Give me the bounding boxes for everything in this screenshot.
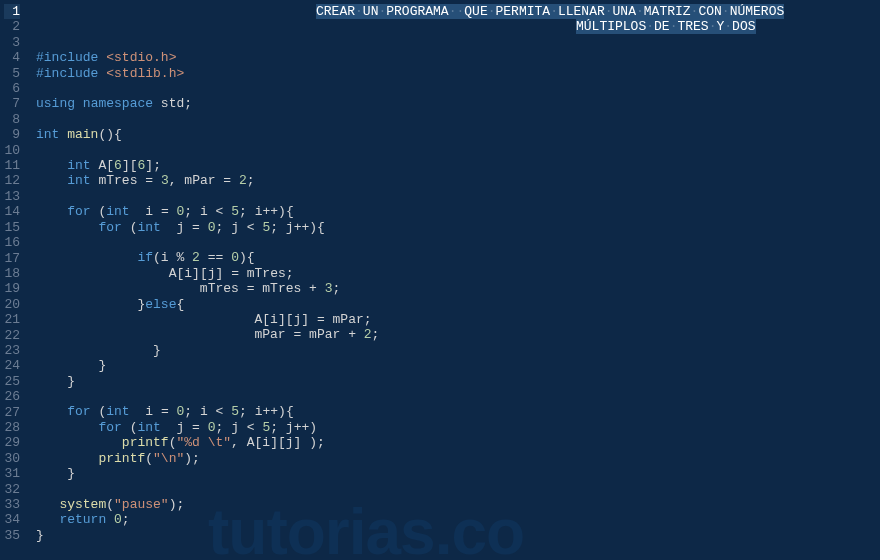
line-number: 24 bbox=[4, 358, 20, 373]
line-number: 6 bbox=[4, 81, 20, 96]
code-line[interactable]: CREAR·UN·PROGRAMA··QUE·PERMITA·LLENAR·UN… bbox=[36, 4, 872, 19]
line-number: 4 bbox=[4, 50, 20, 65]
code-line[interactable]: system("pause"); bbox=[36, 497, 872, 512]
line-number: 1 bbox=[4, 4, 20, 19]
code-line[interactable]: mTres = mTres + 3; bbox=[36, 281, 872, 296]
line-number: 26 bbox=[4, 389, 20, 404]
code-line[interactable]: }else{ bbox=[36, 297, 872, 312]
code-line[interactable]: return 0; bbox=[36, 512, 872, 527]
line-number: 22 bbox=[4, 328, 20, 343]
code-line[interactable]: int main(){ bbox=[36, 127, 872, 142]
code-area[interactable]: CREAR·UN·PROGRAMA··QUE·PERMITA·LLENAR·UN… bbox=[28, 0, 880, 560]
code-line[interactable]: } bbox=[36, 528, 872, 543]
line-number: 9 bbox=[4, 127, 20, 142]
code-line[interactable]: using namespace std; bbox=[36, 96, 872, 111]
code-line[interactable] bbox=[36, 235, 872, 250]
selected-comment-text: MÚLTIPLOS·DE·TRES·Y·DOS bbox=[576, 19, 756, 34]
code-line[interactable]: for (int j = 0; j < 5; j++) bbox=[36, 420, 872, 435]
line-number: 8 bbox=[4, 112, 20, 127]
line-number: 21 bbox=[4, 312, 20, 327]
line-number: 2 bbox=[4, 19, 20, 34]
code-editor[interactable]: 1234567891011121314151617181920212223242… bbox=[0, 0, 880, 560]
code-line[interactable] bbox=[36, 143, 872, 158]
code-line[interactable]: A[i][j] = mTres; bbox=[36, 266, 872, 281]
code-line[interactable]: #include <stdio.h> bbox=[36, 50, 872, 65]
line-number: 12 bbox=[4, 173, 20, 188]
line-number: 29 bbox=[4, 435, 20, 450]
line-number: 10 bbox=[4, 143, 20, 158]
code-line[interactable]: mPar = mPar + 2; bbox=[36, 327, 872, 342]
code-line[interactable] bbox=[36, 189, 872, 204]
code-line[interactable]: } bbox=[36, 343, 872, 358]
code-line[interactable]: #include <stdlib.h> bbox=[36, 66, 872, 81]
line-number: 19 bbox=[4, 281, 20, 296]
code-line[interactable] bbox=[36, 81, 872, 96]
line-number-gutter: 1234567891011121314151617181920212223242… bbox=[0, 0, 28, 560]
code-line[interactable]: int A[6][6]; bbox=[36, 158, 872, 173]
code-line[interactable]: if(i % 2 == 0){ bbox=[36, 250, 872, 265]
line-number: 7 bbox=[4, 96, 20, 111]
line-number: 5 bbox=[4, 66, 20, 81]
line-number: 35 bbox=[4, 528, 20, 543]
code-line[interactable]: } bbox=[36, 358, 872, 373]
code-line[interactable]: MÚLTIPLOS·DE·TRES·Y·DOS bbox=[36, 19, 872, 34]
code-line[interactable] bbox=[36, 481, 872, 496]
code-line[interactable]: } bbox=[36, 466, 872, 481]
selected-comment-text: CREAR·UN·PROGRAMA··QUE·PERMITA·LLENAR·UN… bbox=[316, 4, 784, 19]
code-line[interactable]: for (int j = 0; j < 5; j++){ bbox=[36, 220, 872, 235]
line-number: 18 bbox=[4, 266, 20, 281]
line-number: 16 bbox=[4, 235, 20, 250]
line-number: 11 bbox=[4, 158, 20, 173]
code-line[interactable]: A[i][j] = mPar; bbox=[36, 312, 872, 327]
line-number: 25 bbox=[4, 374, 20, 389]
line-number: 30 bbox=[4, 451, 20, 466]
line-number: 33 bbox=[4, 497, 20, 512]
line-number: 31 bbox=[4, 466, 20, 481]
line-number: 17 bbox=[4, 251, 20, 266]
line-number: 14 bbox=[4, 204, 20, 219]
code-line[interactable]: for (int i = 0; i < 5; i++){ bbox=[36, 404, 872, 419]
line-number: 13 bbox=[4, 189, 20, 204]
code-line[interactable]: printf("%d \t", A[i][j] ); bbox=[36, 435, 872, 450]
code-line[interactable]: } bbox=[36, 374, 872, 389]
code-line[interactable] bbox=[36, 112, 872, 127]
code-line[interactable] bbox=[36, 389, 872, 404]
code-line[interactable]: int mTres = 3, mPar = 2; bbox=[36, 173, 872, 188]
code-line[interactable]: for (int i = 0; i < 5; i++){ bbox=[36, 204, 872, 219]
line-number: 23 bbox=[4, 343, 20, 358]
line-number: 3 bbox=[4, 35, 20, 50]
line-number: 27 bbox=[4, 405, 20, 420]
line-number: 15 bbox=[4, 220, 20, 235]
line-number: 32 bbox=[4, 482, 20, 497]
code-line[interactable] bbox=[36, 35, 872, 50]
line-number: 28 bbox=[4, 420, 20, 435]
line-number: 20 bbox=[4, 297, 20, 312]
line-number: 34 bbox=[4, 512, 20, 527]
code-line[interactable]: printf("\n"); bbox=[36, 451, 872, 466]
